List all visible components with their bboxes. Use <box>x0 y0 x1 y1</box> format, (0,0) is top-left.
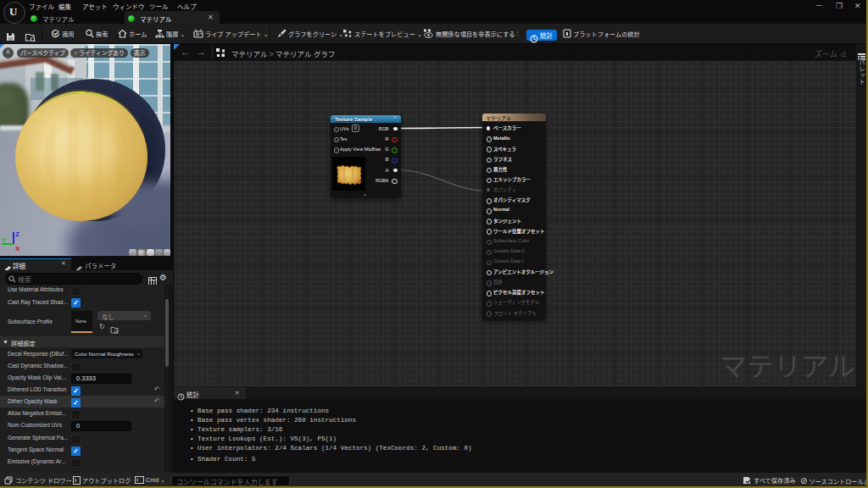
svg-text:Y: Y <box>2 236 7 244</box>
svg-text:Z: Z <box>15 230 19 238</box>
svg-text:X: X <box>15 245 20 252</box>
